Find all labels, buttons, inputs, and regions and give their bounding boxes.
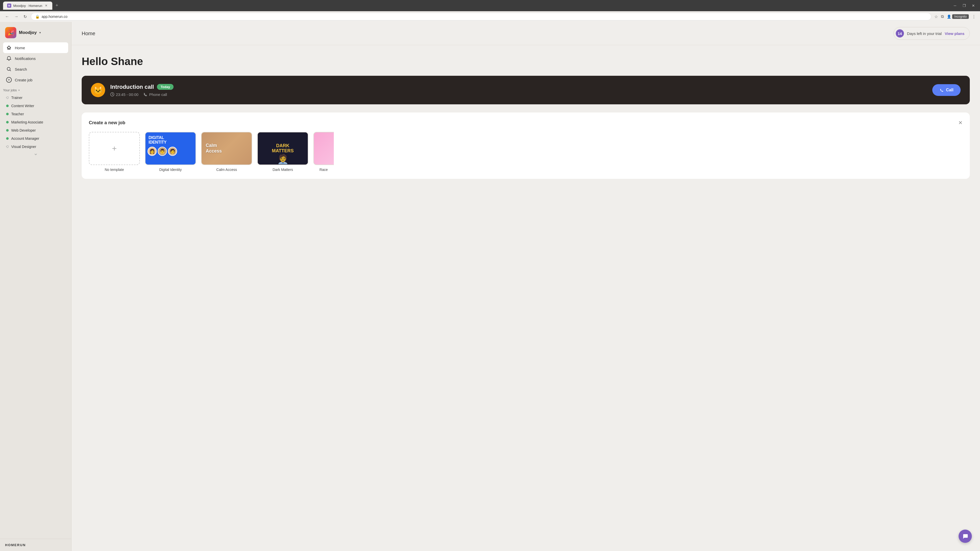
bell-icon	[6, 56, 12, 61]
greeting-heading: Hello Shane	[82, 56, 970, 68]
job-item-trainer-label: Trainer	[11, 96, 22, 100]
call-button[interactable]: Call	[932, 84, 961, 96]
intro-title-row: Introduction call Today	[110, 84, 927, 90]
plus-icon: +	[112, 144, 117, 153]
content-scroll: Hello Shane 🐱 Introduction call Today	[72, 45, 980, 551]
create-job-header: Create a new job ✕	[89, 120, 963, 126]
address-bar[interactable]: 🔒 app.homerun.co	[31, 13, 931, 21]
intro-avatar: 🐱	[91, 83, 105, 97]
browser-chrome: M Moodjoy · Homerun ✕ + ─ ❐ ✕ ← → ↻ 🔒 ap…	[0, 0, 980, 22]
job-dot-teacher	[6, 113, 9, 115]
reload-button[interactable]: ↻	[22, 13, 28, 20]
job-item-account-manager-label: Account Manager	[11, 137, 39, 141]
job-item-teacher[interactable]: Teacher	[3, 110, 68, 118]
template-card-calm-access-inner: CalmAccess	[201, 132, 252, 165]
template-card-no-template[interactable]: + No template	[89, 132, 140, 171]
di-face-3: 🧑	[168, 147, 177, 156]
template-card-race[interactable]: Race	[313, 132, 334, 171]
browser-tab[interactable]: M Moodjoy · Homerun ✕	[3, 2, 52, 10]
trial-text: Days left in your trial	[907, 32, 942, 36]
dm-title: DarkMatters	[272, 143, 294, 154]
template-card-calm-access[interactable]: CalmAccess Calm Access	[201, 132, 252, 171]
intro-card: 🐱 Introduction call Today 23:45 -	[82, 76, 970, 104]
di-face-2: 👨	[158, 147, 167, 156]
homerun-logo: HOMERUN	[5, 543, 66, 547]
dm-figure: 🧑‍💼	[277, 154, 289, 165]
intro-type: Phone call	[143, 92, 167, 97]
search-icon	[6, 66, 12, 72]
template-card-dark-matters[interactable]: DarkMatters 🧑‍💼 Dark Matters	[257, 132, 308, 171]
new-tab-button[interactable]: +	[53, 2, 60, 9]
template-card-race-inner	[313, 132, 334, 165]
job-item-visual-designer-label: Visual Designer	[11, 144, 36, 149]
job-item-web-developer[interactable]: Web Developer	[3, 126, 68, 135]
menu-button[interactable]: ⋮	[972, 14, 976, 19]
split-view-button[interactable]: ⧉	[941, 14, 944, 19]
create-job-close-button[interactable]: ✕	[958, 120, 963, 126]
chevron-down-icon: ▾	[18, 89, 20, 92]
calm-access-artwork: CalmAccess	[202, 132, 251, 165]
intro-time-value: 23:45 - 00:00	[116, 92, 138, 97]
forward-button[interactable]: →	[13, 13, 19, 20]
company-logo[interactable]: 🎉	[5, 27, 16, 38]
browser-actions: ☆ ⧉ 👤 Incognito ⋮	[934, 14, 976, 19]
create-job-title: Create a new job	[89, 120, 125, 125]
template-card-no-template-inner: +	[89, 132, 140, 165]
job-item-trainer[interactable]: Trainer	[3, 94, 68, 102]
sidebar-item-search[interactable]: Search	[3, 64, 68, 75]
minimize-button[interactable]: ─	[951, 2, 959, 9]
job-item-marketing-associate[interactable]: Marketing Associate	[3, 118, 68, 126]
template-label-calm-access: Calm Access	[201, 168, 252, 171]
browser-titlebar: M Moodjoy · Homerun ✕ + ─ ❐ ✕	[0, 0, 980, 11]
job-dot-web-developer	[6, 129, 9, 132]
incognito-button[interactable]: 👤 Incognito	[947, 14, 969, 19]
job-dot-account-manager	[6, 137, 9, 140]
back-button[interactable]: ←	[4, 13, 10, 20]
sidebar-item-home[interactable]: Home	[3, 42, 68, 53]
view-plans-link[interactable]: View plans	[945, 32, 964, 36]
today-badge: Today	[157, 84, 173, 90]
template-card-digital-identity[interactable]: DigitalIdentity 👩 👨 🧑 Digital Identity	[145, 132, 196, 171]
intro-type-value: Phone call	[149, 92, 167, 97]
job-item-visual-designer[interactable]: Visual Designer	[3, 143, 68, 151]
sidebar-item-create-job[interactable]: + Create job	[3, 75, 68, 85]
trial-days-number: 14	[896, 29, 904, 38]
bookmark-button[interactable]: ☆	[934, 14, 938, 19]
di-face-1: 👩	[148, 147, 157, 156]
scroll-down-indicator	[34, 153, 37, 156]
job-item-content-writer[interactable]: Content Writer	[3, 102, 68, 110]
job-dot-content-writer	[6, 105, 9, 107]
company-dropdown-button[interactable]: ▾	[39, 31, 41, 35]
app-container: 🎉 Moodjoy ▾ Home	[0, 22, 980, 551]
page-title: Home	[82, 30, 95, 37]
close-button[interactable]: ✕	[970, 2, 977, 9]
job-item-web-developer-label: Web Developer	[11, 128, 36, 132]
chat-bubble-button[interactable]	[959, 530, 972, 543]
maximize-button[interactable]: ❐	[961, 2, 968, 9]
di-faces: 👩 👨 🧑	[145, 146, 196, 157]
your-jobs-label: Your jobs	[3, 88, 17, 92]
dark-matters-artwork: DarkMatters 🧑‍💼	[258, 132, 308, 165]
call-icon	[939, 88, 944, 92]
call-button-label: Call	[946, 88, 953, 92]
template-label-digital-identity: Digital Identity	[145, 168, 196, 171]
main-content: Home 14 Days left in your trial View pla…	[72, 22, 980, 551]
job-dot-visual-designer	[6, 145, 9, 148]
template-card-dark-matters-inner: DarkMatters 🧑‍💼	[257, 132, 308, 165]
tab-close-button[interactable]: ✕	[44, 3, 48, 8]
job-dot-marketing-associate	[6, 121, 9, 124]
job-item-content-writer-label: Content Writer	[11, 104, 34, 108]
address-bar-row: ← → ↻ 🔒 app.homerun.co ☆ ⧉ 👤 Incognito ⋮	[0, 11, 980, 22]
ca-title: CalmAccess	[206, 143, 222, 154]
plus-circle-icon: +	[6, 77, 12, 83]
jobs-list: Trainer Content Writer Teacher Marketing…	[0, 94, 71, 151]
nav-section-main: Home Notifications	[0, 42, 71, 85]
trial-badge: 14 Days left in your trial View plans	[894, 27, 970, 40]
sidebar-footer: HOMERUN	[0, 539, 71, 551]
job-item-account-manager[interactable]: Account Manager	[3, 135, 68, 143]
your-jobs-section[interactable]: Your jobs ▾	[0, 85, 71, 94]
sidebar-item-notifications[interactable]: Notifications	[3, 53, 68, 64]
company-name: Moodjoy	[19, 30, 37, 35]
phone-icon	[143, 92, 148, 97]
sidebar-item-home-label: Home	[15, 46, 25, 50]
